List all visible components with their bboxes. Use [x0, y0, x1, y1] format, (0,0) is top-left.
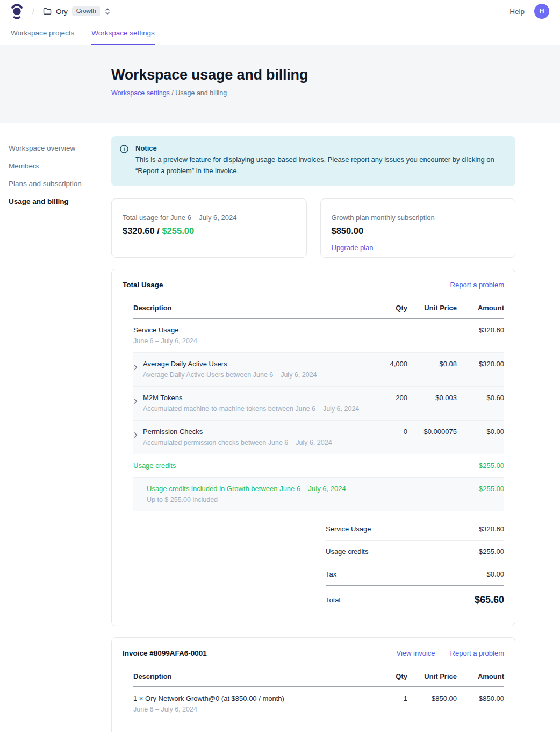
tabbar: Workspace projects Workspace settings: [0, 23, 560, 45]
invoice-summary: 1 × Ory Network Growth@0 (at $850.00 / m…: [326, 728, 504, 732]
total-usage-label: Total usage for June 6 – July 6, 2024: [123, 214, 296, 222]
table-row-m2m-tokens: M2M Tokens Accumulated machine-to-machin…: [133, 387, 504, 421]
row-title: Average Daily Active Users: [143, 360, 317, 368]
invoice-report-problem-link[interactable]: Report a problem: [450, 649, 504, 657]
col-amount: Amount: [457, 672, 504, 680]
info-icon: [120, 145, 128, 177]
chevron-right-icon[interactable]: [133, 398, 138, 404]
view-invoice-link[interactable]: View invoice: [397, 649, 435, 657]
notice-title: Notice: [135, 144, 506, 152]
invoice-table: Description Qty Unit Price Amount 1 × Or…: [133, 669, 504, 721]
topbar: / Ory Growth Help H: [0, 0, 560, 23]
sidebar-item-usage-and-billing[interactable]: Usage and billing: [9, 194, 111, 209]
row-subtitle: Accumulated machine-to-machine tokens be…: [143, 405, 359, 413]
help-link[interactable]: Help: [509, 8, 525, 16]
invoice-card: Invoice #8099AFA6-0001 View invoice Repo…: [111, 637, 515, 732]
total-usage-card: Total usage for June 6 – July 6, 2024 $3…: [111, 198, 307, 258]
row-qty: 200: [371, 394, 407, 402]
plan-amount: $850.00: [332, 226, 505, 236]
page-title: Workspace usage and billing: [111, 67, 560, 83]
tab-workspace-settings[interactable]: Workspace settings: [91, 25, 155, 45]
summary-row-total: Total $65.60: [326, 586, 504, 613]
workspace-plan-badge: Growth: [72, 6, 100, 16]
summary-row-service-usage: Service Usage $320.60: [326, 518, 504, 541]
col-qty: Qty: [371, 672, 407, 680]
col-description: Description: [133, 672, 371, 680]
col-qty: Qty: [371, 304, 407, 312]
col-unit-price: Unit Price: [407, 672, 457, 680]
notice-content: Notice This is a preview feature for dis…: [135, 144, 506, 177]
summary-label: Service Usage: [326, 525, 371, 533]
row-subtitle: Average Daily Active Users between June …: [143, 371, 317, 379]
col-unit-price: Unit Price: [407, 304, 457, 312]
workspace-switcher[interactable]: Ory Growth: [43, 6, 110, 16]
row-amount: $320.60: [457, 326, 504, 334]
row-amount: -$255.00: [457, 461, 504, 470]
topbar-right: Help H: [509, 4, 549, 19]
workspace-name: Ory: [56, 8, 68, 16]
total-usage-amount: $320.60 / $255.00: [123, 226, 296, 236]
row-title: Service Usage: [133, 326, 371, 334]
chevron-right-icon[interactable]: [133, 364, 138, 371]
row-amount: $0.00: [457, 428, 504, 436]
row-subtitle: June 6 – July 6, 2024: [133, 337, 371, 345]
row-amount: $320.00: [457, 360, 504, 368]
summary-value: $320.60: [479, 525, 504, 533]
sidebar: Workspace overview Members Plans and sub…: [0, 136, 111, 732]
row-unit-price: $0.003: [407, 394, 457, 402]
invoice-card-title: Invoice #8099AFA6-0001: [123, 649, 207, 657]
notice-body: This is a preview feature for displaying…: [135, 154, 506, 177]
invoice-table-header: Description Qty Unit Price Amount: [133, 669, 504, 687]
notice-banner: Notice This is a preview feature for dis…: [111, 136, 515, 186]
breadcrumb-current: Usage and billing: [175, 89, 227, 97]
breadcrumb-link-workspace-settings[interactable]: Workspace settings: [111, 89, 170, 97]
table-row-service-usage: Service Usage June 6 – July 6, 2024 $320…: [133, 319, 504, 353]
usage-report-problem-link[interactable]: Report a problem: [450, 281, 504, 289]
sidebar-item-plans-and-subscription[interactable]: Plans and subscription: [9, 176, 111, 191]
usage-card-title: Total Usage: [123, 281, 163, 289]
row-title: Permission Checks: [143, 428, 332, 436]
sidebar-item-workspace-overview[interactable]: Workspace overview: [9, 141, 111, 155]
ory-logo-icon[interactable]: [11, 4, 24, 19]
upgrade-plan-link[interactable]: Upgrade plan: [332, 244, 374, 252]
table-row-permission-checks: Permission Checks Accumulated permission…: [133, 421, 504, 454]
summary-label: Total: [326, 596, 340, 604]
usage-credit-amount: $255.00: [162, 226, 194, 236]
usage-summary: Service Usage $320.60 Usage credits -$25…: [326, 518, 504, 613]
main: Workspace overview Members Plans and sub…: [0, 123, 560, 732]
summary-label: Usage credits: [326, 548, 368, 556]
breadcrumb: Workspace settings / Usage and billing: [111, 89, 560, 97]
content: Notice This is a preview feature for dis…: [111, 136, 515, 732]
usage-table: Description Qty Unit Price Amount Servic…: [133, 301, 504, 511]
invoice-card-header: Invoice #8099AFA6-0001 View invoice Repo…: [123, 649, 504, 657]
row-subtitle: Up to $ 255.00 included: [147, 496, 371, 503]
row-qty: 4,000: [371, 360, 407, 368]
chevron-right-icon[interactable]: [133, 432, 138, 438]
usage-table-header: Description Qty Unit Price Amount: [133, 301, 504, 319]
usage-used-amount: $320.60: [123, 226, 155, 236]
usage-amount-separator: /: [155, 226, 162, 236]
summary-value: -$255.00: [477, 548, 504, 556]
plan-subscription-card: Growth plan monthly subscription $850.00…: [320, 198, 516, 258]
row-subtitle: June 6 – July 6, 2024: [133, 706, 371, 713]
tab-workspace-projects[interactable]: Workspace projects: [11, 25, 74, 45]
breadcrumb-separator: /: [32, 7, 34, 16]
row-title: 1 × Ory Network Growth@0 (at $850.00 / m…: [133, 694, 371, 702]
table-row-usage-credits: Usage credits -$255.00: [133, 454, 504, 478]
row-subtitle: Accumulated permission checks between Ju…: [143, 439, 332, 446]
sidebar-item-members[interactable]: Members: [9, 159, 111, 173]
row-unit-price: $0.000075: [407, 428, 457, 436]
summary-row-subscription: 1 × Ory Network Growth@0 (at $850.00 / m…: [326, 728, 504, 732]
row-amount: $850.00: [457, 694, 504, 702]
row-title: Usage credits: [133, 461, 371, 470]
row-qty: 0: [371, 428, 407, 436]
usage-invoice-card: Total Usage Report a problem Description…: [111, 269, 515, 626]
avatar[interactable]: H: [534, 4, 549, 19]
folder-icon: [43, 8, 52, 15]
plan-label: Growth plan monthly subscription: [332, 214, 505, 222]
row-amount: -$255.00: [457, 485, 504, 493]
table-row-usage-credits-detail: Usage credits included in Growth between…: [133, 478, 504, 511]
summary-value: $0.00: [486, 570, 504, 578]
chevron-up-down-icon[interactable]: [105, 8, 110, 15]
summary-label: Tax: [326, 570, 336, 578]
